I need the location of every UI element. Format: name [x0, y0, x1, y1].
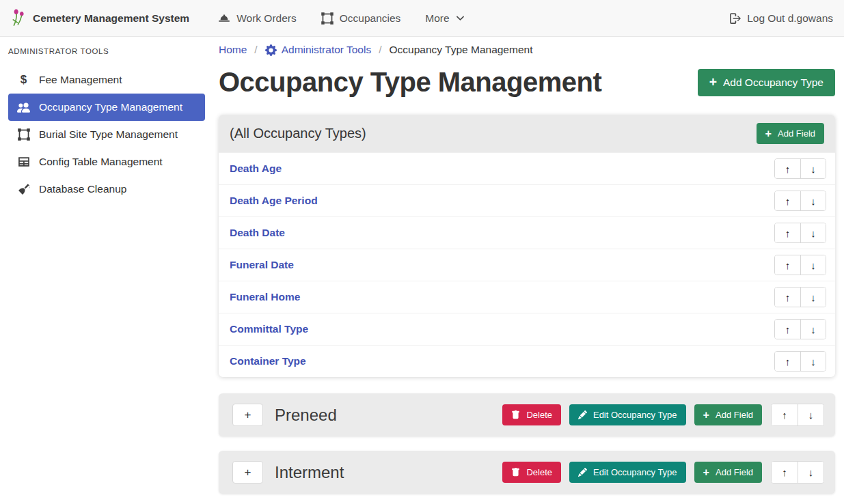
nav-work-orders[interactable]: Work Orders: [218, 12, 297, 25]
hard-hat-icon: [218, 12, 230, 25]
delete-label: Delete: [526, 410, 552, 420]
logout-label: Log Out d.gowans: [747, 12, 833, 25]
field-link[interactable]: Death Age Period: [230, 195, 318, 207]
move-down-button[interactable]: ↓: [800, 320, 826, 339]
trash-icon: [511, 410, 520, 419]
nav-more[interactable]: More: [425, 12, 464, 25]
move-up-button[interactable]: ↑: [775, 159, 800, 178]
logout-button[interactable]: Log Out d.gowans: [729, 12, 833, 25]
move-down-button[interactable]: ↓: [800, 223, 826, 242]
breadcrumb-admin-tools-label: Administrator Tools: [282, 44, 372, 56]
sidebar-item-label: Config Table Management: [39, 156, 163, 168]
reorder-group: ↑ ↓: [774, 351, 826, 372]
reorder-group: ↑ ↓: [774, 158, 826, 179]
main-content: Home / Administrator Tools / Occupancy T…: [212, 37, 844, 504]
add-field-button[interactable]: + Add Field: [694, 404, 762, 425]
expand-button[interactable]: +: [232, 404, 263, 426]
nav-occupancies[interactable]: Occupancies: [321, 12, 401, 25]
up-arrow-icon: ↑: [785, 324, 791, 335]
move-up-button[interactable]: ↑: [775, 255, 800, 275]
up-arrow-icon: ↑: [785, 292, 791, 303]
sidebar-item-fee-management[interactable]: $ Fee Management: [8, 66, 205, 94]
chevron-down-icon: [456, 14, 465, 23]
edit-label: Edit Occupancy Type: [593, 410, 677, 420]
field-link[interactable]: Death Date: [230, 227, 285, 239]
up-arrow-icon: ↑: [785, 227, 791, 239]
edit-occupancy-type-button[interactable]: Edit Occupancy Type: [569, 462, 686, 483]
breadcrumb-admin-tools-link[interactable]: Administrator Tools: [265, 44, 372, 56]
down-arrow-icon: ↓: [808, 466, 814, 478]
app-brand[interactable]: Cemetery Management System: [11, 8, 189, 28]
field-link[interactable]: Funeral Date: [230, 259, 294, 271]
sidebar-item-config-table-management[interactable]: Config Table Management: [8, 148, 205, 176]
field-row: Death Age ↑ ↓: [219, 152, 835, 184]
card-title: (All Occupancy Types): [230, 126, 366, 141]
reorder-group: ↑ ↓: [771, 461, 824, 484]
add-field-label: Add Field: [778, 128, 815, 139]
move-up-button[interactable]: ↑: [775, 352, 800, 371]
move-up-button[interactable]: ↑: [772, 404, 798, 425]
field-link[interactable]: Committal Type: [230, 323, 308, 335]
add-occupancy-type-button[interactable]: + Add Occupancy Type: [698, 69, 835, 96]
sidebar-item-label: Fee Management: [39, 74, 122, 86]
move-down-button[interactable]: ↓: [800, 288, 826, 307]
users-icon: [16, 101, 31, 114]
breadcrumb-home-label: Home: [219, 44, 247, 56]
up-arrow-icon: ↑: [785, 356, 791, 367]
all-occupancy-types-card: (All Occupancy Types) + Add Field Death …: [219, 115, 835, 377]
sidebar-item-occupancy-type-management[interactable]: Occupancy Type Management: [8, 94, 205, 121]
delete-button[interactable]: Delete: [502, 462, 561, 483]
breadcrumb-home-link[interactable]: Home: [219, 44, 247, 56]
plus-icon: +: [709, 76, 717, 88]
down-arrow-icon: ↓: [811, 260, 816, 271]
occupancy-type-section-interment: + Interment Delete Edit Occupancy Type: [219, 451, 835, 494]
sidebar-item-database-cleanup[interactable]: Database Cleanup: [8, 176, 205, 203]
sidebar-item-label: Occupancy Type Management: [39, 101, 182, 113]
down-arrow-icon: ↓: [811, 292, 816, 303]
nav-work-orders-label: Work Orders: [236, 12, 297, 25]
add-field-button[interactable]: + Add Field: [757, 123, 824, 144]
move-down-button[interactable]: ↓: [800, 352, 826, 371]
move-down-button[interactable]: ↓: [800, 255, 826, 275]
sidebar-item-burial-site-type-management[interactable]: Burial Site Type Management: [8, 121, 205, 148]
move-down-button[interactable]: ↓: [798, 404, 823, 425]
sidebar-item-label: Database Cleanup: [39, 183, 126, 195]
field-link[interactable]: Death Age: [230, 163, 282, 175]
app-title: Cemetery Management System: [33, 12, 189, 25]
field-link[interactable]: Funeral Home: [230, 291, 300, 303]
add-field-button[interactable]: + Add Field: [694, 462, 762, 483]
page-title: Occupancy Type Management: [219, 67, 601, 98]
up-arrow-icon: ↑: [782, 466, 787, 478]
move-up-button[interactable]: ↑: [775, 320, 800, 339]
pencil-icon: [578, 468, 587, 477]
nav-more-label: More: [425, 12, 449, 25]
sidebar: Administrator Tools $ Fee Management Occ…: [0, 37, 212, 504]
sidebar-item-label: Burial Site Type Management: [39, 128, 178, 141]
trash-icon: [511, 468, 520, 477]
move-down-button[interactable]: ↓: [800, 159, 826, 178]
move-down-button[interactable]: ↓: [800, 191, 826, 210]
breadcrumb-current: Occupancy Type Management: [390, 44, 533, 56]
tulip-logo-icon: [11, 8, 27, 28]
down-arrow-icon: ↓: [811, 163, 816, 175]
field-link[interactable]: Container Type: [230, 355, 306, 367]
move-up-button[interactable]: ↑: [775, 191, 800, 210]
plus-icon: +: [703, 410, 710, 420]
reorder-group: ↑ ↓: [771, 404, 824, 426]
edit-occupancy-type-button[interactable]: Edit Occupancy Type: [569, 404, 686, 425]
nav-occupancies-label: Occupancies: [340, 12, 401, 25]
expand-button[interactable]: +: [232, 461, 263, 484]
down-arrow-icon: ↓: [811, 195, 816, 207]
reorder-group: ↑ ↓: [774, 255, 826, 275]
pencil-icon: [578, 410, 587, 419]
down-arrow-icon: ↓: [811, 356, 816, 367]
move-up-button[interactable]: ↑: [775, 288, 800, 307]
table-icon: [16, 156, 31, 168]
field-row: Container Type ↑ ↓: [219, 345, 835, 377]
move-up-button[interactable]: ↑: [772, 462, 798, 483]
down-arrow-icon: ↓: [811, 227, 816, 239]
move-down-button[interactable]: ↓: [798, 462, 823, 483]
delete-button[interactable]: Delete: [502, 404, 561, 425]
move-up-button[interactable]: ↑: [775, 223, 800, 242]
occupancy-type-section-preneed: + Preneed Delete Edit Occupancy Type: [219, 393, 835, 436]
